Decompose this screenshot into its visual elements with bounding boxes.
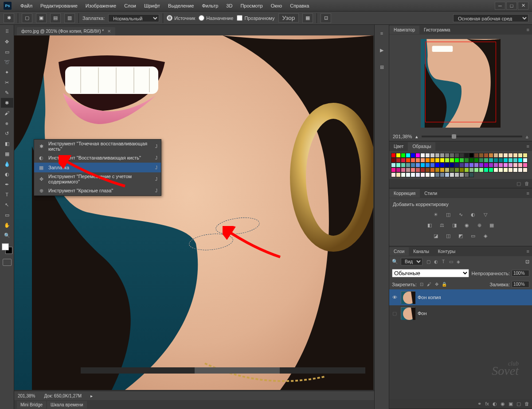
swatch[interactable] [489,158,493,163]
dock-properties-icon[interactable]: ⊞ [377,62,387,72]
swatch[interactable] [450,172,454,177]
swatch[interactable] [493,153,498,158]
swatch[interactable] [450,158,454,163]
swatch[interactable] [513,163,518,167]
swatch[interactable] [498,158,503,163]
ctx-patch[interactable]: ▦ Заплатка J [34,163,161,172]
status-arrow-icon[interactable]: ▸ [90,393,93,398]
swatch[interactable] [484,167,489,172]
filter-kind-icon[interactable]: 🔍 [392,259,398,265]
dock-history-icon[interactable]: ≡ [377,28,387,38]
swatch[interactable] [459,167,464,172]
curves-icon[interactable]: ∿ [456,210,465,218]
swatch[interactable] [493,158,498,163]
swatch[interactable] [440,167,445,172]
lasso-tool[interactable]: ➰ [1,57,13,67]
photo-filter-icon[interactable]: ◉ [462,221,471,229]
swatch[interactable] [440,153,445,158]
swatch[interactable] [459,153,464,158]
swatch[interactable] [440,172,445,177]
move-tool[interactable]: ✥ [1,37,13,47]
zoom-tool[interactable]: 🔍 [1,230,13,240]
fill-field[interactable] [512,281,529,288]
zoom-out-icon[interactable]: ▴ [415,134,418,140]
lock-pixels-icon[interactable]: 🖌 [426,281,432,288]
swatch[interactable] [391,172,396,177]
swatch[interactable] [508,158,513,163]
swatch[interactable] [489,153,493,158]
swatch[interactable] [401,163,406,167]
swatch[interactable] [498,167,503,172]
tool-preset-icon[interactable]: ✱ [4,13,14,23]
swatch[interactable] [425,172,430,177]
swatch[interactable] [401,167,406,172]
swatch[interactable] [435,163,440,167]
swatch[interactable] [420,163,425,167]
swatch[interactable] [523,158,528,163]
swatch[interactable] [508,163,513,167]
menu-edit[interactable]: Редактирование [37,1,81,10]
swatch[interactable] [469,153,474,158]
gradient-tool[interactable]: ▦ [1,149,13,159]
swatch[interactable] [450,167,454,172]
panel-menu-icon[interactable]: ≡ [524,144,532,149]
swatch[interactable] [411,153,415,158]
new-swatch-icon[interactable]: ▢ [516,181,521,187]
swatch[interactable] [489,167,493,172]
swatch[interactable] [391,163,396,167]
swatch[interactable] [503,167,508,172]
swatch[interactable] [435,158,440,163]
lock-all-icon[interactable]: 🔒 [441,281,447,288]
swatch[interactable] [518,158,523,163]
filter-adjust-icon[interactable]: ◐ [433,259,439,265]
swatch[interactable] [396,153,401,158]
navigator-viewport[interactable] [425,42,496,122]
swatch[interactable] [401,158,406,163]
filter-toggle-icon[interactable]: ⊡ [525,259,529,265]
swatch[interactable] [464,158,469,163]
eraser-tool[interactable]: ◧ [1,139,13,148]
fill-layer-icon[interactable]: ◉ [501,401,505,407]
swatch[interactable] [445,172,450,177]
histogram-tab[interactable]: Гистограмма [419,26,455,34]
swatch[interactable] [464,167,469,172]
swatch[interactable] [415,153,420,158]
pen-tool[interactable]: ✒ [1,179,13,189]
swatch[interactable] [464,172,469,177]
lock-transparent-icon[interactable]: ⊡ [419,281,425,288]
shape-tool[interactable]: ▭ [1,210,13,220]
swatch[interactable] [469,158,474,163]
swatch[interactable] [464,163,469,167]
ctx-redeye[interactable]: ⊕ Инструмент "Красные глаза" J [34,186,161,195]
delete-layer-icon[interactable]: 🗑 [524,401,529,406]
threshold-icon[interactable]: ◩ [456,232,465,240]
menu-filter[interactable]: Фильтр [198,1,222,10]
layer-item[interactable]: ▢ Фон [389,305,532,321]
swatch[interactable] [435,153,440,158]
selection-intersect-icon[interactable]: ▥ [64,13,75,23]
quick-mask-toggle[interactable] [3,259,12,266]
posterize-icon[interactable]: ◫ [444,232,453,240]
transparent-check[interactable]: Прозрачному [237,15,274,21]
swatch[interactable] [396,163,401,167]
gradient-map-icon[interactable]: ▭ [469,232,477,240]
swatch[interactable] [513,153,518,158]
lookup-icon[interactable]: ▦ [487,221,496,229]
channels-tab[interactable]: Каналы [409,247,434,256]
swatch[interactable] [396,158,401,163]
navigator-zoom-slider[interactable] [422,136,522,137]
swatch[interactable] [459,163,464,167]
swatch[interactable] [513,167,518,172]
blur-tool[interactable]: 💧 [1,159,13,169]
menu-window[interactable]: Окно [267,1,286,10]
workspace-select[interactable]: Основная рабочая среда [453,14,528,22]
swatch[interactable] [454,158,459,163]
swatch[interactable] [430,172,435,177]
swatch[interactable] [411,172,415,177]
horizontal-scrollbar[interactable] [81,367,365,374]
diffusion-icon[interactable]: ⊡ [321,13,331,23]
swatch[interactable] [391,153,396,158]
swatch[interactable] [450,153,454,158]
swatch[interactable] [396,172,401,177]
document-tab[interactable]: фото.jpg @ 201% (Фон копия, RGB/8#) * ✕ [17,27,115,35]
